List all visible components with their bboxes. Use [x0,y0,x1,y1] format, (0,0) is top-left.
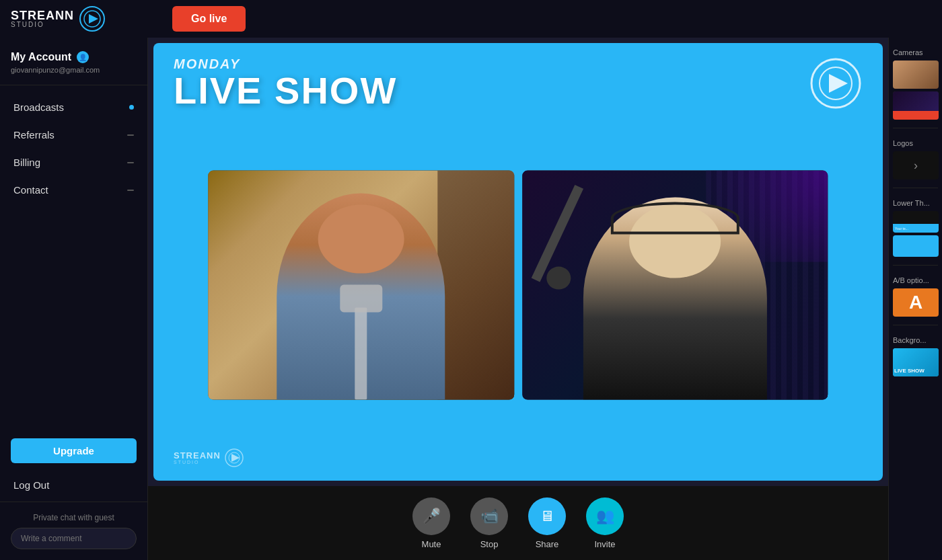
brand-sub: STUDIO [11,22,74,28]
camera-preview-2 [893,91,939,120]
video-stage: MONDAY LIVE SHOW [153,43,883,481]
mute-circle: 🎤 [412,497,450,535]
logos-label: Logos [893,139,938,147]
sidebar-item-referrals[interactable]: Referrals [0,121,147,149]
sidebar-item-contact[interactable]: Contact [0,176,147,204]
upgrade-section: Upgrade [0,430,147,471]
upgrade-button[interactable]: Upgrade [11,438,137,463]
account-text: My Account [11,51,71,63]
lower-thirds-label: Lower Th... [893,199,938,207]
stage-title: LIVE SHOW [174,72,397,110]
video-grid [208,170,828,399]
video-feed-left-inner [208,170,514,399]
brand-name: STREANN [11,9,74,22]
sidebar-item-label: Referrals [13,129,55,141]
divider-1 [893,128,938,128]
main-layout: My Account 👤 giovannipunzo@gmail.com Bro… [0,38,942,560]
video-icon: 📹 [480,508,499,525]
nav-menu: Broadcasts Referrals Billing Contact [0,85,147,430]
divider-2 [893,188,938,188]
video-feed-left [208,170,514,399]
screen-icon: 🖥 [540,508,554,525]
bg-thumb-text: LIVE SHOW [894,368,925,374]
svg-marker-8 [231,454,240,462]
private-chat-label: Private chat with guest [11,513,137,522]
comment-input[interactable] [11,528,137,549]
camera-thumb-1[interactable] [893,61,939,89]
private-chat-section: Private chat with guest [0,502,147,560]
mute-control[interactable]: 🎤 Mute [412,497,450,549]
account-label: My Account 👤 [11,51,137,63]
bottom-logo: STREANN STUDIO [174,448,244,467]
stage-logo [809,56,863,113]
invite-circle: 👥 [586,497,624,535]
invite-control[interactable]: 👥 Invite [586,497,624,549]
ab-letter: A [909,292,922,313]
user-icon: 👤 [77,51,89,63]
svg-marker-2 [89,14,98,24]
sidebar-item-broadcasts[interactable]: Broadcasts [0,93,147,121]
bottom-brand: STREANN [174,451,221,460]
background-thumb[interactable]: LIVE SHOW [893,348,939,376]
sidebar: My Account 👤 giovannipunzo@gmail.com Bro… [0,38,148,560]
logout-section: Log Out [0,471,147,502]
camera-preview-1 [893,61,939,89]
lower-third-thumb-1[interactable]: Your te... [893,211,939,233]
logo-icon [79,6,105,32]
cameras-label: Cameras [893,48,938,56]
account-section: My Account 👤 giovannipunzo@gmail.com [0,38,147,85]
center-content: MONDAY LIVE SHOW [148,38,888,560]
backgrounds-label: Backgro... [893,336,938,344]
invite-label: Invite [594,539,615,549]
sidebar-item-label: Contact [13,184,48,196]
mic-icon: 🎤 [423,508,441,525]
share-control[interactable]: 🖥 Share [528,497,566,549]
stage-header: MONDAY LIVE SHOW [174,56,397,110]
dash-icon [127,190,134,191]
logo-text: STREANN STUDIO [11,9,74,28]
topbar: STREANN STUDIO Go live [0,0,942,38]
stop-label: Stop [480,539,499,549]
logout-button[interactable]: Log Out [13,479,134,491]
ab-thumb[interactable]: A [893,288,939,317]
camera-thumb-2[interactable] [893,91,939,120]
right-panel: Cameras Logos › Lower Th... Your te... A… [888,38,942,560]
mute-label: Mute [422,539,441,549]
stage-day: MONDAY [174,56,397,72]
chevron-right-icon: › [914,159,918,173]
ab-label: A/B optio... [893,276,938,284]
account-email: giovannipunzo@gmail.com [11,66,137,74]
lt-bar: Your te... [893,224,939,233]
stop-control[interactable]: 📹 Stop [470,497,508,549]
lt-bar-text: Your te... [895,227,908,231]
sidebar-item-label: Billing [13,157,40,168]
video-feed-right [522,170,828,399]
logo-area: STREANN STUDIO [11,6,159,32]
divider-3 [893,265,938,266]
go-live-button[interactable]: Go live [172,6,246,32]
people-icon: 👥 [596,508,614,525]
stop-circle: 📹 [470,497,508,535]
dash-icon [127,134,134,136]
controls-bar: 🎤 Mute 📹 Stop 🖥 Share 👥 Invit [148,486,888,560]
sidebar-item-label: Broadcasts [13,102,64,113]
svg-marker-5 [829,74,848,93]
red-bar [893,111,939,120]
sidebar-item-billing[interactable]: Billing [0,149,147,176]
share-label: Share [536,539,559,549]
divider-4 [893,325,938,325]
share-circle: 🖥 [528,497,566,535]
video-feed-right-inner [522,170,828,399]
logos-thumb[interactable]: › [893,151,939,179]
dash-icon [127,162,134,163]
active-dot-icon [129,105,134,110]
bottom-brand-sub: STUDIO [174,460,221,465]
lower-third-thumb-2[interactable] [893,235,939,257]
